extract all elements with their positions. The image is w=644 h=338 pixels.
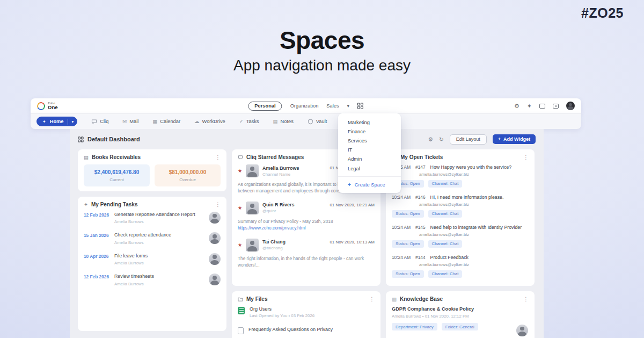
- kebab-menu-icon[interactable]: ⋮: [215, 155, 221, 160]
- kb-article[interactable]: GDPR Compliance & Cookie Policy Amelia B…: [392, 306, 529, 330]
- starred-message[interactable]: ★ Quin R Rivers @quinr 01 Nov 2020, 10:2…: [238, 202, 375, 232]
- calendar-icon: ▦: [152, 119, 157, 124]
- ticket-row[interactable]: 10:24 AM #144 Product Feedback amelia.bu…: [392, 255, 529, 278]
- sender-avatar: [246, 239, 259, 251]
- logo-text-one: One: [48, 105, 57, 110]
- ticket-row[interactable]: 10:24 AM #146 Hi, I need more informatio…: [392, 195, 529, 218]
- add-widget-button[interactable]: + Add Widget: [493, 134, 536, 144]
- sender-avatar: [246, 164, 259, 177]
- dashboard-title: Default Dashboard: [87, 136, 140, 142]
- tab-tasks[interactable]: ✓ Tasks: [239, 119, 259, 124]
- widget-my-files: My Files ⋮ Org Users Last Opened by You …: [232, 291, 380, 338]
- chat-bubble-icon: [238, 155, 243, 160]
- sender-avatar: [246, 202, 259, 214]
- page-subtitle: App navigation made easy: [0, 57, 644, 74]
- notifications-icon[interactable]: [553, 104, 559, 109]
- tab-home[interactable]: ✦ Home ▾: [36, 117, 77, 126]
- top-navbar: Zoho One Personal Organization Sales ▾ ⚙…: [31, 98, 581, 113]
- status-badge: Status: Open: [392, 210, 424, 218]
- star-toggle-icon[interactable]: ★: [238, 205, 242, 211]
- receivables-current-stat: $2,400,619,476.80 Current: [84, 164, 150, 186]
- dropdown-item-marketing[interactable]: Marketing: [338, 118, 401, 127]
- starred-message[interactable]: ★ Tai Chang @taichang 01 Nov 2020, 10:13…: [238, 239, 375, 269]
- widget-my-pending-tasks: ✦ My Pending Tasks ⋮ 12 Feb 2026 Generat…: [78, 197, 226, 331]
- kebab-menu-icon[interactable]: ⋮: [369, 297, 375, 302]
- ticket-row[interactable]: 10:24 AM #145 Need help to integrate wit…: [392, 225, 529, 248]
- spaces-grid-icon[interactable]: [357, 103, 364, 109]
- kebab-menu-icon[interactable]: ⋮: [523, 155, 529, 160]
- dashboard-settings-gear-icon[interactable]: ⚙: [428, 136, 433, 142]
- kebab-menu-icon[interactable]: ⋮: [215, 202, 221, 207]
- page-canvas: #ZO25 Spaces App navigation made easy Zo…: [0, 0, 644, 338]
- file-row[interactable]: Org Users Last Opened by You • 03 Feb 20…: [238, 306, 375, 318]
- space-tab-personal[interactable]: Personal: [248, 102, 282, 111]
- channel-badge: Channel: Chat: [428, 240, 463, 248]
- dropdown-item-services[interactable]: Services: [338, 136, 401, 145]
- cloud-icon: ☁: [194, 119, 200, 124]
- home-caret-down-icon[interactable]: ▾: [72, 119, 74, 124]
- user-avatar[interactable]: [566, 102, 575, 110]
- chat-bubble-icon: [91, 119, 97, 125]
- task-row[interactable]: 10 Apr 2026 File leave forms Amelia Burr…: [84, 253, 221, 265]
- receivables-overdue-stat: $81,000,000.00 Overdue: [155, 164, 221, 186]
- kebab-menu-icon[interactable]: ⋮: [523, 297, 529, 302]
- folder-icon: [238, 297, 243, 302]
- plus-icon: +: [348, 182, 351, 188]
- assignee-avatar: [209, 274, 221, 285]
- edit-layout-button[interactable]: Edit Layout: [450, 134, 487, 145]
- document-icon: [238, 327, 244, 334]
- dropdown-item-legal[interactable]: Legal: [338, 164, 401, 173]
- task-row[interactable]: 15 Jan 2026 Check reportee attendance Am…: [84, 232, 221, 244]
- widget-knowledge-base: ▥ Knowledge Base ⋮ GDPR Compliance & Coo…: [386, 291, 535, 338]
- spreadsheet-icon: [238, 307, 245, 314]
- window-icon[interactable]: [539, 104, 545, 109]
- home-star-icon: ✦: [42, 119, 46, 124]
- home-divider: [68, 119, 68, 125]
- folder-badge: Folder: General: [442, 323, 478, 330]
- sparkle-icon[interactable]: ✦: [527, 103, 532, 109]
- assignee-avatar: [209, 232, 221, 244]
- home-label: Home: [50, 119, 64, 124]
- space-tab-sales[interactable]: Sales: [326, 103, 339, 109]
- ticket-row[interactable]: 10:25 AM #147 How Happy were you with th…: [392, 164, 529, 188]
- dashboard-panel: Default Dashboard ⚙ ↻ Edit Layout + Add …: [70, 129, 544, 338]
- task-row[interactable]: 12 Feb 2026 Review timesheets Amelia Bur…: [84, 274, 221, 286]
- task-row[interactable]: 12 Feb 2026 Generate Reportee Attendance…: [84, 212, 221, 224]
- create-space-button[interactable]: + Create Space: [338, 177, 401, 188]
- mail-icon: ✉: [122, 119, 127, 124]
- tab-vault[interactable]: Vault: [308, 119, 327, 125]
- tab-cliq[interactable]: Cliq: [91, 119, 108, 125]
- status-badge: Status: Open: [392, 270, 424, 278]
- event-hashtag: #ZO25: [581, 5, 624, 21]
- dashboard-header: Default Dashboard ⚙ ↻ Edit Layout + Add …: [70, 129, 544, 148]
- dropdown-item-finance[interactable]: Finance: [338, 127, 401, 136]
- zoho-logo-icon: [36, 101, 46, 111]
- dropdown-item-admin[interactable]: Admin: [338, 155, 401, 164]
- space-tab-organization[interactable]: Organization: [290, 103, 319, 109]
- settings-gear-icon[interactable]: ⚙: [514, 103, 519, 109]
- tab-notes[interactable]: ▤ Notes: [273, 119, 294, 124]
- star-toggle-icon[interactable]: ★: [238, 168, 242, 174]
- tab-workdrive[interactable]: ☁ WorkDrive: [194, 119, 225, 124]
- shield-icon: [308, 119, 313, 125]
- file-row[interactable]: Frequently Asked Questions on Privacy: [238, 327, 375, 334]
- star-toggle-icon[interactable]: ★: [238, 242, 242, 248]
- zoho-one-logo[interactable]: Zoho One: [37, 102, 57, 110]
- message-link[interactable]: https://www.zoho.com/privacy.html: [238, 225, 375, 231]
- channel-badge: Channel: Chat: [428, 210, 463, 218]
- navbar-actions: ⚙ ✦: [514, 102, 575, 110]
- widget-books-receivables: ▤ Books Receivables ⋮ $2,400,619,476.80 …: [78, 149, 226, 191]
- department-badge: Department: Privacy: [392, 323, 437, 330]
- books-icon: ▤: [84, 155, 89, 160]
- channel-badge: Channel: Chat: [428, 270, 463, 278]
- refresh-icon[interactable]: ↻: [439, 136, 444, 142]
- tab-calendar[interactable]: ▦ Calendar: [152, 119, 180, 124]
- spaces-caret-down-icon[interactable]: ▾: [347, 104, 349, 109]
- tasks-icon: ✦: [84, 202, 88, 207]
- assignee-avatar: [209, 212, 221, 224]
- dashboard-grid-icon: [78, 136, 84, 142]
- channel-badge: Channel: Chat: [428, 180, 463, 188]
- dropdown-item-it[interactable]: IT: [338, 146, 401, 155]
- spaces-dropdown-menu: Marketing Finance Services IT Admin Lega…: [338, 113, 401, 193]
- tab-mail[interactable]: ✉ Mail: [122, 119, 138, 124]
